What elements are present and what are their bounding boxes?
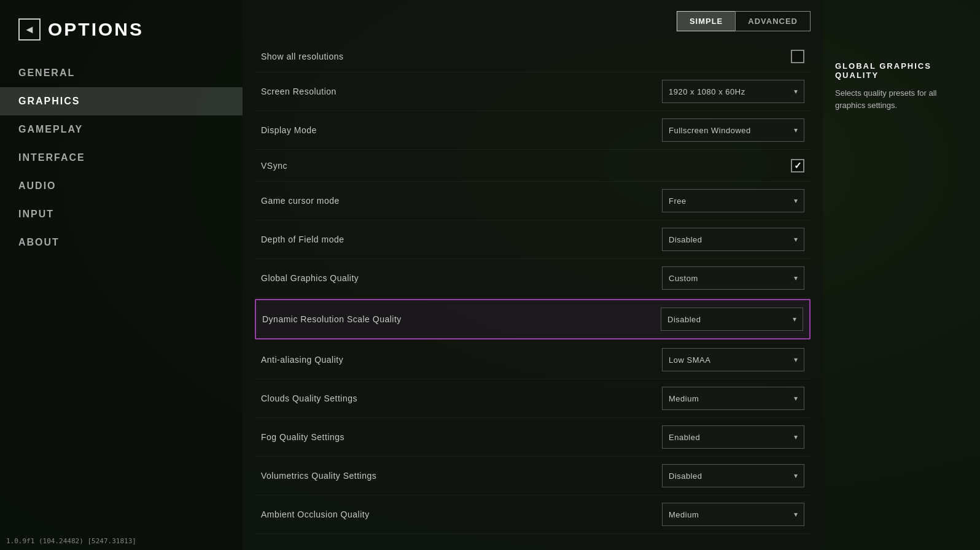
setting-label-anti-aliasing-quality: Anti-aliasing Quality — [261, 355, 343, 365]
dropdown-ambient-occlusion-quality[interactable]: Medium▾ — [662, 503, 804, 526]
dropdown-global-graphics-quality[interactable]: Custom▾ — [662, 266, 804, 290]
chevron-down-icon: ▾ — [794, 196, 798, 205]
tab-bar: SIMPLE ADVANCED — [243, 0, 823, 31]
setting-control-screen-resolution: 1920 x 1080 x 60Hz▾ — [662, 80, 804, 103]
setting-label-vsync: VSync — [261, 161, 287, 171]
dropdown-value-global-graphics-quality: Custom — [669, 274, 698, 283]
tab-advanced[interactable]: ADVANCED — [735, 11, 811, 31]
options-header: ◄ OPTIONS — [0, 12, 243, 59]
dropdown-fog-quality-settings[interactable]: Enabled▾ — [662, 425, 804, 449]
chevron-down-icon: ▾ — [794, 510, 798, 519]
sidebar-item-gameplay[interactable]: GAMEPLAY — [0, 115, 243, 144]
setting-label-depth-of-field-mode: Depth of Field mode — [261, 234, 344, 244]
setting-control-clouds-quality-settings: Medium▾ — [662, 387, 804, 410]
setting-row-depth-of-field-mode: Depth of Field modeDisabled▾ — [255, 220, 811, 259]
checkbox-vsync[interactable] — [791, 159, 804, 172]
chevron-down-icon: ▾ — [794, 471, 798, 480]
dropdown-display-mode[interactable]: Fullscreen Windowed▾ — [662, 118, 804, 142]
sidebar-item-interface[interactable]: INTERFACE — [0, 144, 243, 172]
setting-row-show-all-resolutions: Show all resolutions — [255, 41, 811, 72]
setting-row-dynamic-resolution-scale-quality: Dynamic Resolution Scale QualityDisabled… — [255, 299, 811, 339]
dropdown-value-depth-of-field-mode: Disabled — [669, 235, 702, 244]
dropdown-clouds-quality-settings[interactable]: Medium▾ — [662, 387, 804, 410]
dropdown-value-ambient-occlusion-quality: Medium — [669, 510, 699, 519]
chevron-down-icon: ▾ — [793, 315, 797, 323]
setting-row-volumetrics-quality-settings: Volumetrics Quality SettingsDisabled▾ — [255, 457, 811, 495]
page-title: OPTIONS — [48, 19, 144, 40]
dropdown-value-clouds-quality-settings: Medium — [669, 394, 699, 403]
chevron-down-icon: ▾ — [794, 235, 798, 244]
dropdown-value-dynamic-resolution-scale-quality: Disabled — [667, 315, 701, 324]
chevron-down-icon: ▾ — [794, 433, 798, 441]
dropdown-game-cursor-mode[interactable]: Free▾ — [662, 189, 804, 212]
dropdown-value-display-mode: Fullscreen Windowed — [669, 126, 751, 135]
setting-control-anti-aliasing-quality: Low SMAA▾ — [662, 348, 804, 371]
sidebar-item-graphics[interactable]: GRAPHICS — [0, 87, 243, 115]
dropdown-depth-of-field-mode[interactable]: Disabled▾ — [662, 228, 804, 251]
setting-label-fog-quality-settings: Fog Quality Settings — [261, 432, 344, 442]
sidebar-item-general[interactable]: GENERAL — [0, 59, 243, 87]
checkbox-show-all-resolutions[interactable] — [791, 50, 804, 63]
back-button[interactable]: ◄ — [18, 18, 41, 41]
setting-row-clouds-quality-settings: Clouds Quality SettingsMedium▾ — [255, 379, 811, 418]
setting-control-ambient-occlusion-quality: Medium▾ — [662, 503, 804, 526]
version-info: 1.0.9f1 (104.24482) [5247.31813] — [6, 537, 136, 545]
dropdown-screen-resolution[interactable]: 1920 x 1080 x 60Hz▾ — [662, 80, 804, 103]
setting-control-show-all-resolutions — [791, 50, 804, 63]
dropdown-value-anti-aliasing-quality: Low SMAA — [669, 355, 710, 365]
dropdown-anti-aliasing-quality[interactable]: Low SMAA▾ — [662, 348, 804, 371]
setting-row-global-graphics-quality: Global Graphics QualityCustom▾ — [255, 259, 811, 298]
chevron-down-icon: ▾ — [794, 394, 798, 403]
tab-simple[interactable]: SIMPLE — [677, 11, 735, 31]
setting-row-vsync: VSync — [255, 150, 811, 182]
setting-label-show-all-resolutions: Show all resolutions — [261, 52, 344, 61]
sidebar-item-about[interactable]: ABOUT — [0, 228, 243, 257]
chevron-down-icon: ▾ — [794, 126, 798, 134]
dropdown-value-fog-quality-settings: Enabled — [669, 433, 700, 442]
setting-control-display-mode: Fullscreen Windowed▾ — [662, 118, 804, 142]
info-panel-description: Selects quality presets for all graphics… — [835, 87, 968, 111]
info-panel-title: GLOBAL GRAPHICS QUALITY — [835, 61, 968, 80]
setting-label-volumetrics-quality-settings: Volumetrics Quality Settings — [261, 471, 376, 481]
setting-row-game-cursor-mode: Game cursor modeFree▾ — [255, 182, 811, 220]
sidebar-item-input[interactable]: INPUT — [0, 200, 243, 228]
dropdown-value-volumetrics-quality-settings: Disabled — [669, 471, 702, 481]
setting-label-dynamic-resolution-scale-quality: Dynamic Resolution Scale Quality — [262, 314, 402, 324]
setting-label-display-mode: Display Mode — [261, 125, 317, 135]
chevron-down-icon: ▾ — [794, 274, 798, 282]
dropdown-value-game-cursor-mode: Free — [669, 196, 686, 206]
setting-label-game-cursor-mode: Game cursor mode — [261, 196, 340, 206]
setting-label-screen-resolution: Screen Resolution — [261, 87, 336, 96]
setting-label-global-graphics-quality: Global Graphics Quality — [261, 273, 359, 283]
chevron-down-icon: ▾ — [794, 355, 798, 364]
setting-row-ambient-occlusion-quality: Ambient Occlusion QualityMedium▾ — [255, 495, 811, 534]
setting-control-vsync — [791, 159, 804, 172]
setting-control-depth-of-field-mode: Disabled▾ — [662, 228, 804, 251]
chevron-down-icon: ▾ — [794, 87, 798, 96]
setting-control-fog-quality-settings: Enabled▾ — [662, 425, 804, 449]
setting-label-clouds-quality-settings: Clouds Quality Settings — [261, 393, 357, 403]
setting-label-ambient-occlusion-quality: Ambient Occlusion Quality — [261, 509, 370, 519]
main-content: SIMPLE ADVANCED Show all resolutionsScre… — [243, 0, 823, 550]
settings-list: Show all resolutionsScreen Resolution192… — [243, 31, 823, 550]
dropdown-dynamic-resolution-scale-quality[interactable]: Disabled▾ — [661, 308, 803, 331]
sidebar-item-audio[interactable]: AUDIO — [0, 172, 243, 200]
dropdown-volumetrics-quality-settings[interactable]: Disabled▾ — [662, 464, 804, 487]
setting-control-game-cursor-mode: Free▾ — [662, 189, 804, 212]
setting-control-dynamic-resolution-scale-quality: Disabled▾ — [661, 308, 803, 331]
setting-row-fog-quality-settings: Fog Quality SettingsEnabled▾ — [255, 418, 811, 457]
dropdown-value-screen-resolution: 1920 x 1080 x 60Hz — [669, 87, 745, 96]
setting-row-anti-aliasing-quality: Anti-aliasing QualityLow SMAA▾ — [255, 341, 811, 379]
setting-control-volumetrics-quality-settings: Disabled▾ — [662, 464, 804, 487]
sidebar: ◄ OPTIONS GENERALGRAPHICSGAMEPLAYINTERFA… — [0, 0, 243, 550]
setting-row-display-mode: Display ModeFullscreen Windowed▾ — [255, 111, 811, 150]
setting-row-screen-resolution: Screen Resolution1920 x 1080 x 60Hz▾ — [255, 72, 811, 111]
setting-control-global-graphics-quality: Custom▾ — [662, 266, 804, 290]
nav-menu: GENERALGRAPHICSGAMEPLAYINTERFACEAUDIOINP… — [0, 59, 243, 257]
info-panel: GLOBAL GRAPHICS QUALITY Selects quality … — [823, 0, 980, 550]
